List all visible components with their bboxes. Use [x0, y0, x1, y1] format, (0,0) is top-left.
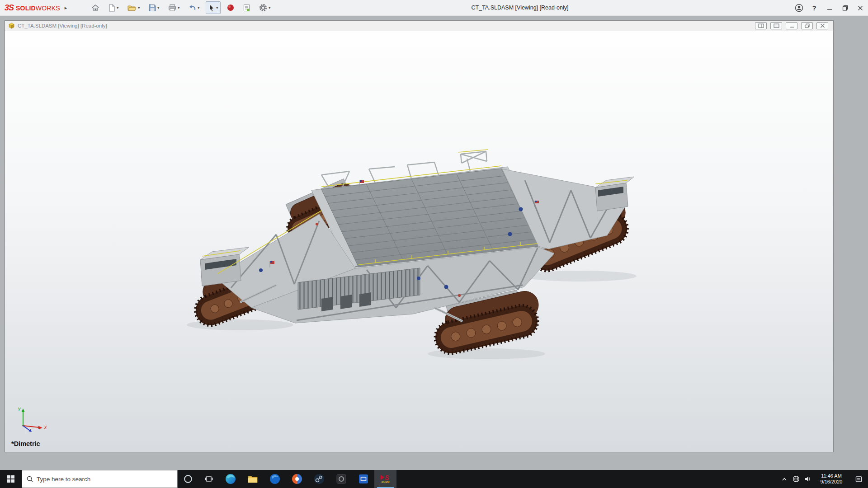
colorful-app-icon	[291, 473, 303, 485]
solidworks-logo: 3S SOLIDWORKS	[5, 3, 60, 13]
print-icon	[168, 4, 176, 11]
model-crawler-transporter	[5, 31, 833, 451]
document-titlebar[interactable]: CT_TA.SLDASM [Viewing] [Read-only]	[5, 21, 833, 31]
file-explorer-icon	[247, 473, 259, 485]
taskbar-icon-solidworks[interactable]: S 2020	[374, 470, 396, 488]
chevron-up-icon	[781, 476, 788, 482]
minimize-icon	[827, 5, 832, 11]
x-axis-arrow-icon	[38, 426, 42, 430]
taskbar-icon-colorful-app[interactable]	[286, 470, 308, 488]
y-axis-arrow-icon	[22, 408, 25, 412]
undo-button[interactable]: ▾	[186, 1, 202, 14]
dropdown-arrow-icon[interactable]: ▾	[178, 6, 179, 10]
account-button[interactable]	[791, 0, 807, 16]
select-tool-button[interactable]: ▾	[206, 1, 221, 14]
tray-show-hidden-button[interactable]	[778, 470, 790, 488]
home-icon	[91, 4, 99, 11]
split-pane-vertical-button[interactable]	[755, 22, 767, 29]
blue-square-app-icon	[358, 473, 369, 485]
task-view-icon	[204, 475, 213, 483]
print-button[interactable]: ▾	[165, 1, 182, 14]
close-button[interactable]	[853, 0, 868, 16]
taskbar-search[interactable]	[22, 470, 178, 488]
document-restore-button[interactable]	[801, 22, 813, 29]
split-pane-horizontal-button[interactable]	[770, 22, 782, 29]
document-title: CT_TA.SLDASM [Viewing] [Read-only]	[18, 23, 107, 28]
clock-time: 11:46 AM	[814, 473, 849, 479]
dropdown-arrow-icon[interactable]: ▾	[198, 6, 199, 10]
quick-access-toolbar: ▾ ▾ ▾ ▾ ▾ ▾ ▾	[89, 1, 277, 14]
document-window-buttons	[755, 22, 828, 29]
dropdown-arrow-icon[interactable]: ▾	[269, 6, 270, 10]
solidworks-year-badge: 2020	[382, 480, 390, 484]
taskbar-icon-edge[interactable]	[219, 470, 241, 488]
minimize-icon	[789, 23, 795, 28]
open-folder-icon	[127, 5, 137, 11]
save-button[interactable]: ▾	[146, 1, 162, 14]
restore-button[interactable]	[837, 0, 853, 16]
new-document-button[interactable]: ▾	[106, 1, 121, 14]
dropdown-arrow-icon[interactable]: ▾	[157, 6, 159, 10]
record-sphere-icon	[227, 4, 234, 11]
dropdown-arrow-icon[interactable]: ▾	[216, 6, 218, 10]
document-close-button[interactable]	[816, 22, 828, 29]
speaker-icon	[804, 475, 811, 483]
save-icon	[149, 4, 156, 11]
dropdown-arrow-icon[interactable]: ▾	[117, 6, 118, 10]
close-icon	[858, 5, 863, 11]
minimize-button[interactable]	[822, 0, 837, 16]
dropdown-arrow-icon[interactable]: ▾	[138, 6, 140, 10]
user-avatar-icon	[795, 4, 803, 12]
menu-expand-chevron-icon[interactable]: ▸	[65, 5, 67, 11]
start-button[interactable]	[0, 470, 22, 488]
restore-icon	[842, 5, 848, 11]
window-title: CT_TA.SLDASM [Viewing] [Read-only]	[393, 5, 646, 11]
dark-app-icon	[335, 473, 347, 485]
solidworks-taskbar-stack: S 2020	[380, 474, 391, 484]
options-button[interactable]: ▾	[256, 1, 273, 14]
solidworks-wordmark: SOLIDWORKS	[16, 5, 60, 12]
action-center-button[interactable]	[849, 470, 868, 488]
view-orientation-label: *Dimetric	[11, 440, 40, 447]
select-cursor-icon	[208, 4, 215, 12]
taskbar-clock[interactable]: 11:46 AM 9/16/2020	[814, 473, 849, 485]
steam-icon	[313, 473, 325, 485]
x-axis-label: X	[43, 425, 47, 430]
taskbar-icon-steam[interactable]	[308, 470, 330, 488]
network-globe-icon	[793, 475, 800, 483]
action-center-icon	[855, 475, 863, 483]
tray-network-button[interactable]	[790, 470, 802, 488]
assembly-document-icon	[8, 23, 15, 29]
cortana-button[interactable]	[178, 470, 198, 488]
close-icon	[820, 23, 825, 28]
search-icon	[26, 475, 33, 483]
split-vertical-icon	[758, 23, 764, 28]
help-button[interactable]: ?	[807, 0, 822, 16]
blue-circle-app-icon	[269, 473, 281, 485]
macro-record-button[interactable]	[224, 1, 237, 14]
document-minimize-button[interactable]	[786, 22, 797, 29]
system-tray: 11:46 AM 9/16/2020	[778, 470, 868, 488]
home-button[interactable]	[89, 1, 102, 14]
y-axis-label: Y	[18, 407, 21, 412]
open-document-button[interactable]: ▾	[125, 1, 142, 14]
clock-date: 9/16/2020	[814, 479, 849, 485]
windows-logo-icon	[7, 475, 14, 483]
cortana-icon	[184, 474, 193, 483]
taskbar-icon-round-blue-app[interactable]	[264, 470, 286, 488]
taskbar-icon-blue-app[interactable]	[352, 470, 374, 488]
windows-taskbar: S 2020 11:46 AM 9/16/2020	[0, 470, 868, 488]
taskbar-icon-dark-app[interactable]	[330, 470, 352, 488]
split-horizontal-icon	[774, 23, 779, 28]
orientation-triad: Y X	[15, 405, 51, 434]
task-pane-button[interactable]	[241, 1, 253, 14]
graphics-viewport[interactable]: Y X *Dimetric	[5, 31, 833, 452]
window-controls: ?	[791, 0, 868, 16]
restore-icon	[804, 23, 810, 28]
tray-volume-button[interactable]	[802, 470, 814, 488]
task-view-button[interactable]	[198, 470, 219, 488]
edge-browser-icon	[225, 473, 236, 485]
search-input[interactable]	[37, 476, 173, 483]
gear-icon	[259, 4, 267, 12]
taskbar-icon-file-explorer[interactable]	[241, 470, 264, 488]
